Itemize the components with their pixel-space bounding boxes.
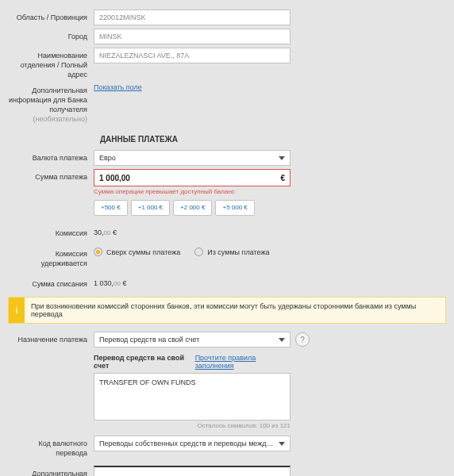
transfer-code-select[interactable]: Переводы собственных средств и переводы … [94, 436, 290, 451]
branch-label: Наименование отделения / Полный адрес [21, 52, 87, 79]
region-input[interactable]: 220012MINSK [94, 10, 290, 25]
debit-value: 1 030,00 € [94, 276, 446, 287]
fee-option-over[interactable]: Сверх суммы платежа [94, 248, 180, 256]
region-label: Область / Провинция [17, 13, 87, 21]
amount-error: Сумма операции превышает доступный балан… [94, 188, 290, 195]
city-input[interactable]: MINSK [94, 29, 290, 44]
purpose-subtitle: Перевод средств на свой счет [94, 354, 195, 370]
purpose-label: Назначение платежа [18, 336, 87, 344]
amount-chip-500[interactable]: +500 € [94, 200, 128, 216]
show-field-link[interactable]: Показать поле [94, 83, 142, 91]
city-label: Город [68, 33, 87, 40]
bank-extra-label: Дополнительная информация для Банка полу… [9, 86, 87, 113]
euro-icon: € [280, 174, 285, 182]
purpose-textarea[interactable]: TRANSFER OF OWN FUNDS [94, 373, 290, 420]
chevron-down-icon [279, 442, 285, 446]
purpose-counter: Осталось символов: 100 из 121 [94, 422, 290, 429]
debit-label: Сумма списания [32, 280, 87, 288]
amount-chip-1000[interactable]: +1 000 € [131, 200, 170, 216]
currency-control-textarea[interactable] [94, 466, 290, 476]
radio-selected-icon [94, 248, 102, 256]
fee-taken-label: Комиссия удерживается [41, 250, 87, 267]
amount-chip-5000[interactable]: +5 000 € [215, 200, 254, 216]
chevron-down-icon [279, 156, 285, 160]
fee-option-from[interactable]: Из суммы платежа [194, 248, 269, 256]
optional-hint: (необязательно) [8, 114, 87, 124]
info-icon: i [9, 298, 25, 323]
rules-link[interactable]: Прочтите правила заполнения [195, 354, 290, 370]
chevron-down-icon [279, 338, 285, 342]
fee-value: 30,00 € [94, 225, 446, 236]
fee-label: Комиссия [56, 229, 87, 237]
amount-label: Сумма платежа [35, 173, 87, 181]
currency-control-label: Дополнительная информация для валютного … [21, 470, 87, 476]
info-banner: i При возникновении комиссий сторонних б… [8, 297, 446, 324]
amount-chip-2000[interactable]: +2 000 € [173, 200, 212, 216]
branch-input[interactable]: NIEZALEZNASCI AVE., 87A [94, 48, 290, 63]
help-icon[interactable]: ? [295, 332, 310, 347]
radio-icon [194, 248, 203, 256]
currency-select[interactable]: Евро [94, 150, 290, 166]
transfer-code-label: Код валютного перевода [39, 440, 87, 457]
currency-label: Валюта платежа [33, 154, 87, 162]
payment-section-title: ДАННЫЕ ПЛАТЕЖА [100, 135, 446, 144]
purpose-select[interactable]: Перевод средств на свой счет [94, 332, 290, 347]
amount-input[interactable]: 1 000,00 € [94, 169, 290, 186]
